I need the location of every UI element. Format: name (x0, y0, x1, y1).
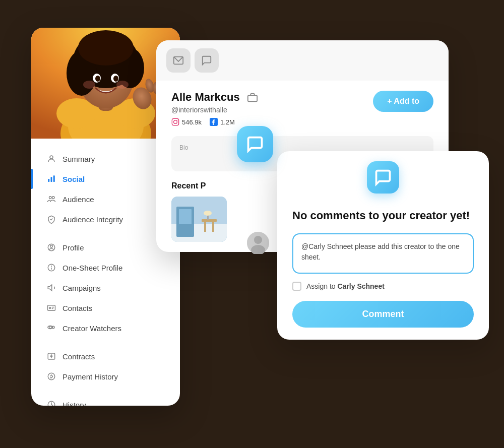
svg-point-61 (254, 236, 262, 244)
facebook-followers: 1.2M (220, 118, 235, 126)
comment-body: No comments to your creator yet! @Carly … (277, 194, 489, 340)
person-icon (46, 154, 56, 164)
comment-popup-card: No comments to your creator yet! @Carly … (277, 151, 489, 340)
comment-header-icon (367, 161, 399, 194)
svg-point-36 (49, 326, 52, 329)
assign-checkbox[interactable] (292, 282, 301, 291)
sidebar-item-label: Audience (62, 195, 94, 204)
sidebar-item-label: Profile (62, 243, 84, 252)
commenter-avatar (247, 232, 269, 254)
svg-point-16 (116, 81, 129, 89)
svg-point-10 (78, 30, 134, 66)
profile-handle: @interiorswithalle (171, 106, 258, 114)
svg-point-42 (48, 373, 55, 380)
sidebar-item-label: Summary (62, 155, 95, 163)
sidebar-item-campaigns[interactable]: Campaigns (31, 278, 180, 298)
recent-post-thumbnail (171, 197, 227, 242)
bio-label: Bio (179, 144, 425, 151)
svg-point-28 (50, 245, 53, 248)
address-card-icon (46, 303, 56, 313)
comment-input[interactable]: @Carly Schneet please add this creator t… (292, 233, 474, 274)
svg-point-14 (113, 76, 118, 82)
sidebar-item-creator-watchers[interactable]: Creator Watchers (31, 318, 180, 338)
briefcase-icon (247, 92, 258, 103)
sidebar-item-label: Contacts (62, 304, 92, 312)
svg-rect-23 (51, 177, 52, 182)
svg-rect-55 (202, 219, 217, 222)
circle-person-icon (46, 242, 56, 252)
svg-rect-54 (179, 209, 192, 224)
svg-rect-57 (212, 222, 214, 232)
mail-button[interactable] (166, 48, 191, 73)
clock-icon (46, 400, 56, 406)
sidebar-item-label: Campaigns (62, 284, 101, 292)
dollar-badge-icon (46, 351, 56, 361)
comment-submit-button[interactable]: Comment (292, 301, 474, 328)
add-to-button[interactable]: + Add to (373, 91, 433, 112)
sidebar-item-label: Creator Watchers (62, 324, 121, 333)
svg-point-13 (95, 76, 100, 82)
megaphone-icon (46, 283, 56, 293)
instagram-followers: 546.9k (182, 118, 202, 126)
svg-rect-56 (204, 222, 206, 232)
assign-text: Assign to Carly Schneet (306, 282, 385, 290)
floating-chat-icon (237, 126, 273, 162)
social-stats: 546.9k 1.2M (171, 118, 258, 126)
sidebar-item-label: Payment History (62, 372, 118, 381)
svg-point-59 (204, 211, 212, 216)
toolbar (156, 40, 449, 81)
sidebar-item-contacts[interactable]: Contacts (31, 298, 180, 318)
profile-info: Alle Markcus @interiorswithalle 54 (171, 91, 258, 126)
dollar-circle-icon (46, 371, 56, 381)
sidebar-item-label: Contracts (62, 352, 95, 361)
profile-header: Alle Markcus @interiorswithalle 54 (156, 81, 449, 136)
svg-point-48 (177, 120, 177, 120)
svg-rect-45 (248, 95, 257, 101)
svg-point-33 (49, 307, 51, 309)
shield-check-icon (46, 214, 56, 224)
sidebar-item-history[interactable]: History (31, 395, 180, 406)
sidebar-item-label: Audience Integrity (62, 215, 123, 224)
sidebar-item-one-sheet[interactable]: One-Sheet Profile (31, 258, 180, 278)
eye-group-icon (46, 323, 56, 333)
svg-point-21 (50, 156, 53, 159)
sidebar-item-label: Social (62, 175, 85, 183)
sidebar-item-payment-history[interactable]: Payment History (31, 366, 180, 387)
svg-rect-24 (53, 175, 55, 182)
chat-button[interactable] (195, 48, 219, 73)
creator-name: Alle Markcus (171, 91, 258, 104)
sidebar-item-label: History (62, 401, 86, 406)
svg-point-47 (174, 120, 177, 124)
bar-chart-icon (46, 174, 56, 184)
comment-title: No comments to your creator yet! (292, 209, 474, 223)
assign-row: Assign to Carly Schneet (292, 282, 474, 291)
sidebar-item-contracts[interactable]: Contracts (31, 346, 180, 366)
facebook-stat: 1.2M (210, 118, 235, 126)
svg-rect-22 (48, 179, 49, 182)
svg-point-15 (83, 81, 95, 89)
instagram-stat: 546.9k (171, 118, 202, 126)
sidebar-item-label: One-Sheet Profile (62, 264, 122, 272)
svg-point-26 (52, 197, 55, 199)
info-icon (46, 263, 56, 273)
svg-point-25 (49, 197, 52, 199)
svg-rect-46 (172, 118, 178, 125)
group-icon (46, 194, 56, 204)
